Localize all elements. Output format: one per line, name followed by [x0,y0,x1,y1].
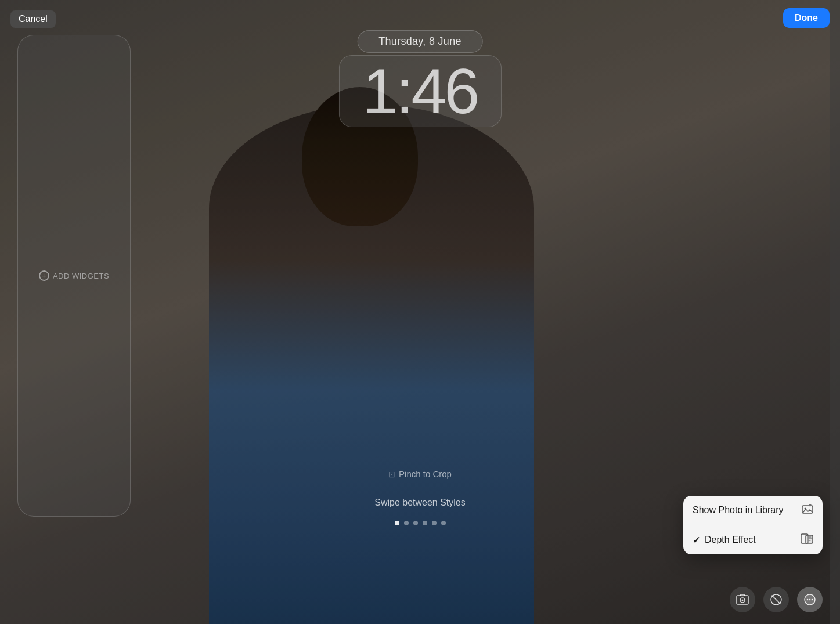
add-widgets-text: ADD WIDGETS [53,272,109,280]
widgets-panel[interactable]: + ADD WIDGETS [17,35,131,517]
dot-6 [441,521,446,525]
more-options-button[interactable] [797,587,823,612]
pinch-hint-text: Pinch to Crop [399,469,452,479]
crop-icon: ⊡ [388,470,395,479]
right-panel [830,0,840,624]
dot-2 [404,521,409,525]
depth-check-icon: ✓ [693,535,700,546]
date-label: Thursday, 8 June [357,30,483,53]
svg-point-12 [812,599,813,601]
add-widgets-label: + ADD WIDGETS [39,270,109,281]
svg-point-10 [807,599,809,601]
swipe-hint: Swipe between Styles [374,497,466,508]
dot-1 [395,521,399,525]
depth-effect-left: ✓ Depth Effect [693,535,756,546]
no-overlay-button[interactable] [763,587,789,612]
cancel-button[interactable]: Cancel [10,10,56,28]
photo-library-icon [802,504,813,517]
depth-effect-menu-item[interactable]: ✓ Depth Effect [683,525,823,554]
svg-point-6 [742,600,744,601]
dot-3 [413,521,418,525]
svg-line-8 [772,596,780,604]
dot-4 [423,521,427,525]
show-photo-menu-item[interactable]: Show Photo in Library [683,496,823,525]
dot-5 [432,521,437,525]
show-photo-label: Show Photo in Library [693,505,784,515]
svg-rect-3 [806,535,813,543]
time-display: 1:46 [338,55,501,127]
pinch-hint: ⊡ Pinch to Crop [388,469,452,479]
photo-toolbar-button[interactable] [730,587,755,612]
add-icon: + [39,270,49,281]
depth-effect-icon [801,533,813,546]
context-menu: Show Photo in Library ✓ Depth Effect [683,496,823,554]
page-dots [395,521,446,525]
done-button[interactable]: Done [783,8,830,28]
depth-effect-text: Depth Effect [705,535,756,545]
show-photo-text: Show Photo in Library [693,505,784,515]
bottom-toolbar [730,587,823,612]
svg-point-11 [809,599,811,601]
